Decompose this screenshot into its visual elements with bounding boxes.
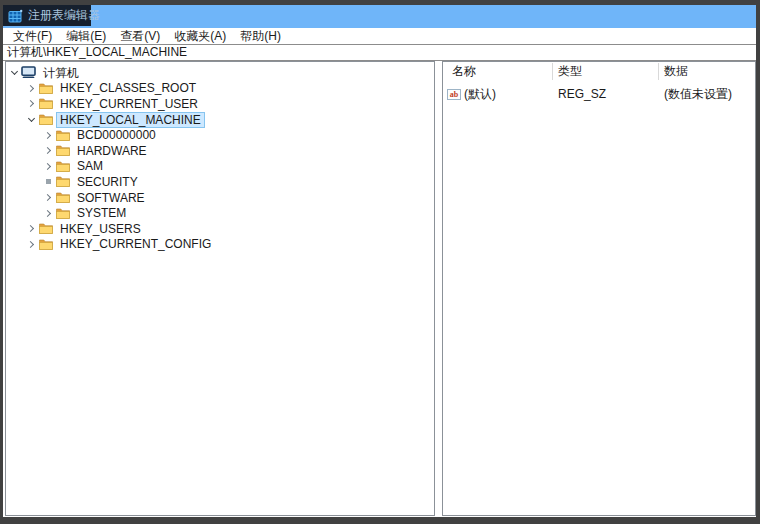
chevron-right-icon[interactable] xyxy=(42,192,54,204)
tree-item-label-selected: HKEY_LOCAL_MACHINE xyxy=(56,112,205,128)
menu-item-file[interactable]: 文件(F) xyxy=(6,28,59,44)
tree-item-security[interactable]: SECURITY xyxy=(6,174,434,190)
tree-item-sam[interactable]: SAM xyxy=(6,159,434,175)
tree-item-hkey-current-user[interactable]: HKEY_CURRENT_USER xyxy=(6,96,434,112)
folder-icon xyxy=(38,97,53,110)
no-expander-dash xyxy=(42,176,54,188)
value-type: REG_SZ xyxy=(552,87,658,101)
registry-tree: 计算机 HKEY_CLASSES_ROOT HKEY_CURRENT_USER xyxy=(6,62,434,252)
chevron-right-icon[interactable] xyxy=(42,160,54,172)
folder-icon xyxy=(55,144,70,157)
value-data: (数值未设置) xyxy=(658,86,755,103)
main-area: 计算机 HKEY_CLASSES_ROOT HKEY_CURRENT_USER xyxy=(3,61,756,517)
tree-item-label: HKEY_CLASSES_ROOT xyxy=(56,80,200,96)
tree-item-hardware[interactable]: HARDWARE xyxy=(6,143,434,159)
values-header-row: 名称 类型 数据 xyxy=(443,63,755,80)
value-row-default[interactable]: ab (默认) REG_SZ (数值未设置) xyxy=(443,86,755,102)
tree-item-label: SAM xyxy=(73,158,107,174)
tree-item-hkey-classes-root[interactable]: HKEY_CLASSES_ROOT xyxy=(6,81,434,97)
tree-item-system[interactable]: SYSTEM xyxy=(6,205,434,221)
tree-item-label: 计算机 xyxy=(39,65,83,81)
menu-item-edit[interactable]: 编辑(E) xyxy=(59,28,113,44)
values-panel[interactable]: 名称 类型 数据 ab (默认) REG_SZ (数值未设置) xyxy=(442,61,756,516)
tree-item-hkey-local-machine[interactable]: HKEY_LOCAL_MACHINE xyxy=(6,112,434,128)
folder-icon xyxy=(55,207,70,220)
address-path: 计算机\HKEY_LOCAL_MACHINE xyxy=(7,44,187,61)
chevron-right-icon[interactable] xyxy=(25,223,37,235)
folder-icon xyxy=(38,238,53,251)
window-title: 注册表编辑器 xyxy=(28,7,100,24)
folder-icon xyxy=(55,129,70,142)
chevron-right-icon[interactable] xyxy=(25,98,37,110)
folder-icon xyxy=(55,160,70,173)
tree-item-hkey-users[interactable]: HKEY_USERS xyxy=(6,221,434,237)
computer-icon xyxy=(21,66,36,79)
tree-panel[interactable]: 计算机 HKEY_CLASSES_ROOT HKEY_CURRENT_USER xyxy=(5,61,435,516)
title-strip: 注册表编辑器 xyxy=(3,5,91,26)
tree-item-label: HKEY_USERS xyxy=(56,221,145,237)
chevron-down-icon[interactable] xyxy=(25,114,37,126)
menu-item-view[interactable]: 查看(V) xyxy=(113,28,167,44)
value-name: (默认) xyxy=(464,86,496,103)
column-header-type[interactable]: 类型 xyxy=(552,63,658,80)
folder-icon xyxy=(55,191,70,204)
registry-editor-window: 注册表编辑器 文件(F) 编辑(E) 查看(V) 收藏夹(A) 帮助(H) 计算… xyxy=(3,5,756,517)
chevron-right-icon[interactable] xyxy=(42,129,54,141)
tree-item-label: HARDWARE xyxy=(73,143,151,159)
tree-item-label: HKEY_CURRENT_CONFIG xyxy=(56,236,215,252)
string-value-icon: ab xyxy=(447,89,461,100)
menu-item-help[interactable]: 帮助(H) xyxy=(233,28,288,44)
address-bar[interactable]: 计算机\HKEY_LOCAL_MACHINE xyxy=(3,44,756,61)
tree-item-computer[interactable]: 计算机 xyxy=(6,65,434,81)
title-bar[interactable]: 注册表编辑器 xyxy=(3,5,756,28)
chevron-down-icon[interactable] xyxy=(8,67,20,79)
chevron-right-icon[interactable] xyxy=(25,82,37,94)
menu-bar: 文件(F) 编辑(E) 查看(V) 收藏夹(A) 帮助(H) xyxy=(3,28,756,44)
tree-item-label: SYSTEM xyxy=(73,205,130,221)
menu-item-favorites[interactable]: 收藏夹(A) xyxy=(167,28,233,44)
chevron-right-icon[interactable] xyxy=(25,238,37,250)
chevron-right-icon[interactable] xyxy=(42,207,54,219)
tree-item-label: SECURITY xyxy=(73,174,142,190)
tree-item-label: SOFTWARE xyxy=(73,190,149,206)
tree-item-software[interactable]: SOFTWARE xyxy=(6,190,434,206)
registry-app-icon xyxy=(8,9,23,23)
tree-item-bcd00000000[interactable]: BCD00000000 xyxy=(6,127,434,143)
tree-item-label: BCD00000000 xyxy=(73,127,160,143)
folder-icon xyxy=(55,175,70,188)
chevron-right-icon[interactable] xyxy=(42,145,54,157)
folder-icon xyxy=(38,113,53,126)
column-header-data[interactable]: 数据 xyxy=(658,63,755,80)
tree-item-label: HKEY_CURRENT_USER xyxy=(56,96,202,112)
column-header-name[interactable]: 名称 xyxy=(443,63,552,80)
tree-item-hkey-current-config[interactable]: HKEY_CURRENT_CONFIG xyxy=(6,237,434,253)
folder-icon xyxy=(38,82,53,95)
folder-icon xyxy=(38,222,53,235)
